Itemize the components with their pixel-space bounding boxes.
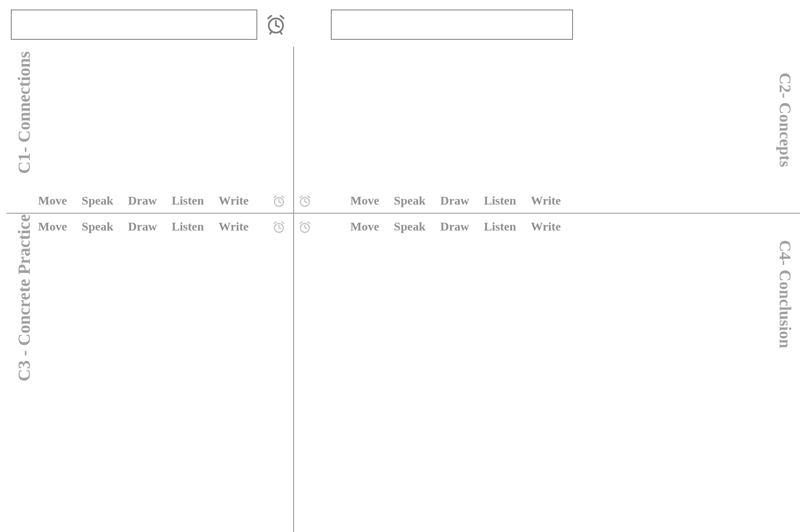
svg-line-6 <box>281 32 282 34</box>
activity-option[interactable]: Write <box>531 194 561 208</box>
timer-icon-c2 <box>298 195 311 208</box>
activity-option[interactable]: Listen <box>484 194 516 208</box>
activity-option[interactable]: Draw <box>128 220 157 234</box>
svg-point-7 <box>275 25 277 26</box>
title-input-left[interactable] <box>11 10 257 40</box>
activity-option[interactable]: Draw <box>440 220 469 234</box>
svg-line-5 <box>270 32 272 34</box>
title-input-right[interactable] <box>331 10 573 40</box>
timer-icon-c4 <box>298 221 311 234</box>
svg-line-4 <box>281 16 284 19</box>
activity-options-c4: Move Speak Draw Listen Write <box>350 220 561 234</box>
activity-options-c1: Move Speak Draw Listen Write <box>38 194 249 208</box>
activity-option[interactable]: Draw <box>440 194 469 208</box>
svg-line-19 <box>308 222 310 224</box>
svg-line-18 <box>300 222 302 224</box>
activity-option[interactable]: Speak <box>394 220 426 234</box>
activity-option[interactable]: Move <box>38 194 67 208</box>
activity-option[interactable]: Draw <box>128 194 157 208</box>
vertical-divider <box>293 47 294 532</box>
svg-line-9 <box>274 196 276 198</box>
svg-line-16 <box>282 222 284 224</box>
four-c-planner: C1- Connections C3 - Concrete Practice C… <box>0 0 800 532</box>
activity-option[interactable]: Move <box>350 194 379 208</box>
activity-option[interactable]: Listen <box>172 220 204 234</box>
svg-line-13 <box>308 196 310 198</box>
timer-icon-c1 <box>272 195 285 208</box>
activity-option[interactable]: Move <box>350 220 379 234</box>
alarm-clock-icon <box>266 14 286 35</box>
activity-options-c2: Move Speak Draw Listen Write <box>350 194 561 208</box>
activity-option[interactable]: Write <box>219 220 249 234</box>
quadrant-label-c4: C4- Conclusion <box>776 240 795 348</box>
activity-option[interactable]: Speak <box>394 194 426 208</box>
activity-option[interactable]: Listen <box>484 220 516 234</box>
activity-option[interactable]: Write <box>531 220 561 234</box>
activity-option[interactable]: Speak <box>82 194 113 208</box>
activity-option[interactable]: Write <box>219 194 249 208</box>
activity-option[interactable]: Listen <box>172 194 204 208</box>
svg-line-3 <box>268 16 272 19</box>
svg-line-10 <box>282 196 284 198</box>
svg-line-12 <box>300 196 302 198</box>
quadrant-label-c2: C2- Concepts <box>776 73 795 167</box>
activity-option[interactable]: Move <box>38 220 67 234</box>
activity-option[interactable]: Speak <box>82 220 113 234</box>
quadrant-label-c3: C3 - Concrete Practice <box>14 214 34 381</box>
timer-icon-c3 <box>272 221 285 234</box>
activity-options-c3: Move Speak Draw Listen Write <box>38 220 249 234</box>
svg-line-15 <box>274 222 276 224</box>
quadrant-label-c1: C1- Connections <box>14 51 34 174</box>
horizontal-divider <box>6 213 800 214</box>
